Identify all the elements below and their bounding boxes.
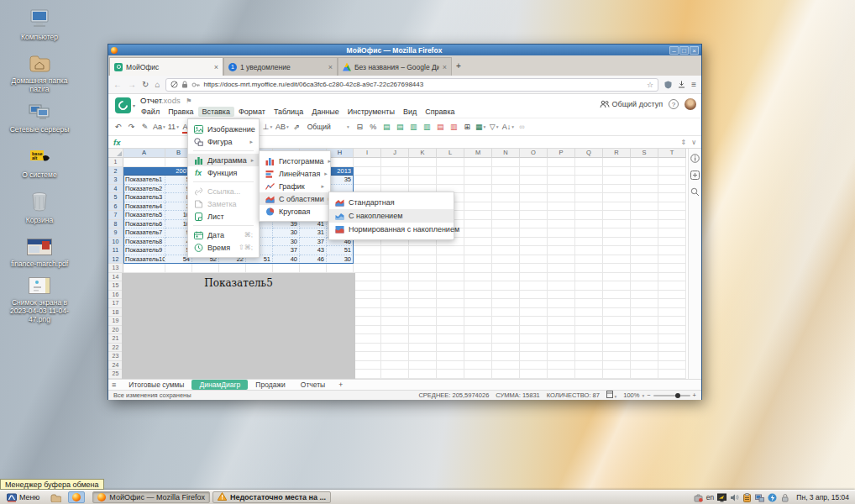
info-icon[interactable] xyxy=(690,154,700,163)
menu-item-sheet[interactable]: Лист xyxy=(188,210,259,223)
font-size-select[interactable]: 11▾ xyxy=(167,120,180,134)
cell-P16[interactable] xyxy=(548,291,575,300)
cell-R11[interactable] xyxy=(603,246,631,255)
cell-K11[interactable] xyxy=(409,246,437,255)
row-header-12[interactable]: 12 xyxy=(108,255,123,265)
zoom-in-button[interactable]: + xyxy=(693,391,696,399)
cell-L23[interactable] xyxy=(437,352,464,361)
column-header-A[interactable]: A xyxy=(123,149,165,158)
minimize-button[interactable]: – xyxy=(669,46,679,55)
font-family-select[interactable]: Aa▾ xyxy=(152,120,166,134)
cell-T24[interactable] xyxy=(658,361,686,370)
logo-caret-icon[interactable]: ▾ xyxy=(133,102,135,108)
menu-item-area2[interactable]: С накоплением xyxy=(329,209,454,223)
cell-R14[interactable] xyxy=(603,273,631,282)
cell-K22[interactable] xyxy=(409,344,437,353)
cell-N18[interactable] xyxy=(492,308,520,318)
sheet-tab-3[interactable]: Продажи xyxy=(248,380,293,390)
cell-S20[interactable] xyxy=(631,326,658,335)
cell-L21[interactable] xyxy=(437,334,464,344)
cell-T21[interactable] xyxy=(658,334,686,344)
cell-P6[interactable] xyxy=(548,202,575,212)
row-header-4[interactable]: 4 xyxy=(108,185,123,194)
cell-R9[interactable] xyxy=(603,228,631,238)
menu-item-date[interactable]: Дата⌘; xyxy=(188,228,259,241)
cell-J21[interactable] xyxy=(381,334,409,344)
cell-G9[interactable]: 31 xyxy=(300,228,327,238)
cell-C13[interactable] xyxy=(192,264,219,273)
cell-R24[interactable] xyxy=(603,361,631,370)
cell-I14[interactable] xyxy=(354,273,381,282)
taskbar-clock[interactable]: Пн, 3 апр, 15:04 xyxy=(796,493,849,501)
cell-L12[interactable] xyxy=(437,255,464,265)
cell-N20[interactable] xyxy=(492,326,520,335)
cell-A13[interactable] xyxy=(123,264,165,273)
cell-M5[interactable] xyxy=(464,193,492,202)
cell-S9[interactable] xyxy=(631,228,658,238)
cell-G11[interactable]: 43 xyxy=(300,246,327,255)
cell-Q4[interactable] xyxy=(575,185,603,194)
menu-item-link[interactable]: Ссылка... xyxy=(188,185,259,197)
column-header-R[interactable]: R xyxy=(603,149,631,158)
browser-tab-3[interactable]: Без названия – Google Диск× xyxy=(338,57,452,76)
cell-N4[interactable] xyxy=(492,185,520,194)
delete-column-icon[interactable]: ▥ xyxy=(448,120,460,134)
cell-P4[interactable] xyxy=(548,185,575,194)
cell-T4[interactable] xyxy=(658,185,686,194)
cell-R21[interactable] xyxy=(603,334,631,344)
cell-Q21[interactable] xyxy=(575,334,603,344)
cell-R8[interactable] xyxy=(603,220,631,229)
cell-M19[interactable] xyxy=(464,317,492,326)
trash-icon[interactable] xyxy=(30,192,49,215)
select-all-corner[interactable] xyxy=(108,149,123,158)
cell-A9[interactable]: Показатель7 xyxy=(123,228,165,238)
cell-K25[interactable] xyxy=(409,370,437,379)
cell-O24[interactable] xyxy=(520,361,548,370)
taskbar-task-2[interactable]: Недостаточно места на ... xyxy=(212,491,331,503)
cell-R3[interactable] xyxy=(603,176,631,185)
power-icon[interactable] xyxy=(768,493,777,502)
cell-N10[interactable] xyxy=(492,238,520,247)
column-header-M[interactable]: M xyxy=(464,149,492,158)
cell-I25[interactable] xyxy=(354,370,381,379)
menubar-item-2[interactable]: Правка xyxy=(164,107,197,117)
menubar-item-7[interactable]: Инструменты xyxy=(344,107,399,117)
cell-Q22[interactable] xyxy=(575,344,603,353)
cell-P9[interactable] xyxy=(548,228,575,238)
cell-S19[interactable] xyxy=(631,317,658,326)
cell-T25[interactable] xyxy=(658,370,686,379)
cell-Q11[interactable] xyxy=(575,246,603,255)
cell-M23[interactable] xyxy=(464,352,492,361)
cell-T7[interactable] xyxy=(658,211,686,220)
insert-column-right-icon[interactable]: ▥ xyxy=(421,120,433,134)
cell-P15[interactable] xyxy=(548,281,575,291)
cell-Q16[interactable] xyxy=(575,291,603,300)
desktop-item-computer[interactable]: Компьютер xyxy=(3,8,76,41)
cell-P17[interactable] xyxy=(548,299,575,308)
column-header-T[interactable]: T xyxy=(658,149,686,158)
resize-formula-bar-icon[interactable]: ⇕ xyxy=(680,139,686,146)
zoom-slider[interactable] xyxy=(653,395,690,396)
cell-S23[interactable] xyxy=(631,352,658,361)
cell-J22[interactable] xyxy=(381,344,409,353)
zoom-level[interactable]: 100% xyxy=(623,391,639,399)
cell-L2[interactable] xyxy=(437,167,464,176)
cell-N12[interactable] xyxy=(492,255,520,265)
app-menu-icon[interactable]: ≡ xyxy=(691,80,696,89)
menubar-item-6[interactable]: Данные xyxy=(307,107,344,117)
row-header-13[interactable]: 13 xyxy=(108,264,123,273)
row-header-5[interactable]: 5 xyxy=(108,193,123,202)
cell-M12[interactable] xyxy=(464,255,492,265)
cell-J2[interactable] xyxy=(381,167,409,176)
menu-item-area1[interactable]: Стандартная xyxy=(329,196,454,209)
cell-T17[interactable] xyxy=(658,299,686,308)
cell-O8[interactable] xyxy=(520,220,548,229)
sort-icon[interactable]: A↓▾ xyxy=(501,120,515,134)
site-info-icon[interactable] xyxy=(170,81,178,88)
cell-N22[interactable] xyxy=(492,344,520,353)
keyboard-layout-indicator[interactable]: en xyxy=(706,493,714,501)
computer-icon[interactable] xyxy=(29,8,50,32)
cell-A2[interactable] xyxy=(123,167,165,176)
row-header-8[interactable]: 8 xyxy=(108,220,123,229)
sheet-tab-4[interactable]: Отчеты xyxy=(293,380,333,390)
